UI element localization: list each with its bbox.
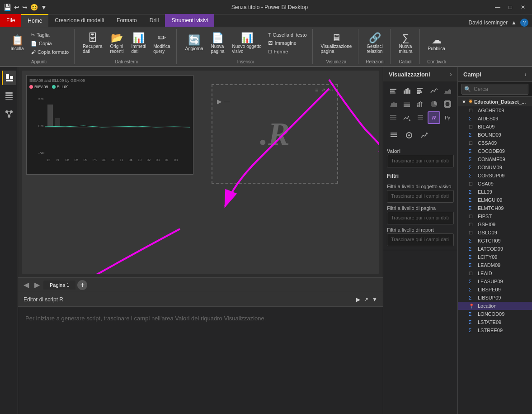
r-collapse-icon[interactable]: ▼ — [372, 296, 377, 303]
field-LCITY09[interactable]: Σ LCITY09 — [458, 253, 532, 261]
minimize-button[interactable]: — — [492, 2, 503, 13]
field-KGTCH09[interactable]: Σ KGTCH09 — [458, 237, 532, 245]
field-AIDES09[interactable]: Σ AIDES09 — [458, 114, 532, 123]
field-ELMTCH09[interactable]: Σ ELMTCH09 — [458, 204, 532, 212]
valori-dropzone[interactable]: Trascinare qui i campi dati — [387, 155, 454, 167]
field-LIBSUP09[interactable]: Σ LIBSUP09 — [458, 294, 532, 302]
tab-home[interactable]: Home — [21, 14, 48, 27]
dataset-header[interactable]: ▼ ⊞ Education_Dataset_... — [458, 97, 532, 106]
r-expand-icon[interactable]: ↗ — [364, 296, 368, 303]
close-button[interactable]: ✕ — [518, 2, 528, 13]
field-BOUND09[interactable]: Σ BOUND09 — [458, 131, 532, 139]
campi-expand-icon[interactable]: › — [524, 71, 527, 78]
page-nav-next[interactable]: ▶ — [33, 281, 42, 289]
viz-kpi[interactable]: ▲ — [400, 111, 413, 124]
field-CSA09[interactable]: ☐ CSA09 — [458, 180, 532, 188]
viz-format-icon[interactable] — [402, 128, 416, 142]
viz-r-script[interactable]: R — [428, 111, 440, 124]
campi-search-input[interactable] — [461, 84, 528, 95]
field-CBSA09[interactable]: ☐ CBSA09 — [458, 139, 532, 147]
viz-multirow-card[interactable] — [387, 111, 400, 124]
field-LEASUP09[interactable]: Σ LEASUP09 — [458, 277, 532, 286]
aggiorna-button[interactable]: 🔄 Aggiorna — [182, 33, 206, 53]
nuova-pagina-button[interactable]: 📄 Nuovapagina — [208, 31, 228, 56]
field-LSTREE09[interactable]: Σ LSTREE09 — [458, 326, 532, 334]
field-GSLO09[interactable]: ☐ GSLO09 — [458, 228, 532, 237]
viz-100pct-bar[interactable] — [400, 98, 413, 110]
undo-icon[interactable]: ↩ — [14, 4, 19, 11]
format-copy-button[interactable]: 🖌 Copia formato — [29, 48, 71, 56]
field-CONUM09[interactable]: Σ CONUM09 — [458, 163, 532, 171]
viz-pie[interactable] — [428, 98, 440, 110]
field-GSHI09[interactable]: ☐ GSHI09 — [458, 220, 532, 228]
viz-bar-chart[interactable] — [400, 84, 413, 97]
chart-visual[interactable]: BIEA09 and ELL09 by GSHI09 BIEA09 ELL09 … — [26, 75, 193, 175]
r-run-icon[interactable]: ▶ — [356, 296, 360, 303]
r-visual-menu-icon[interactable]: ⋯ — [328, 87, 334, 93]
redo-icon[interactable]: ↪ — [22, 4, 28, 11]
gestisci-button[interactable]: 🔗 Gestiscirelazioni — [364, 31, 386, 56]
forme-button[interactable]: ◻ Forme — [266, 48, 309, 55]
pubblica-button[interactable]: ☁ Pubblica — [425, 33, 448, 53]
immetti-button[interactable]: 📊 Immettidati — [128, 31, 149, 56]
tab-drill[interactable]: Drill — [143, 14, 165, 27]
viz-expand-icon[interactable]: › — [450, 71, 452, 78]
field-CONAME09[interactable]: Σ CONAME09 — [458, 155, 532, 163]
recupera-button[interactable]: 🗄 Recuperadati — [80, 31, 105, 56]
help-icon[interactable]: ? — [520, 19, 528, 27]
dropdown-icon[interactable]: ▼ — [41, 4, 47, 11]
viz-area-chart[interactable] — [441, 84, 454, 97]
nuova-misura-button[interactable]: ∑ Nuovamisura — [396, 31, 416, 56]
viz-donut[interactable] — [441, 98, 454, 110]
field-AGCHRT09[interactable]: ☐ AGCHRT09 — [458, 106, 532, 114]
field-ELMGUI09[interactable]: Σ ELMGUI09 — [458, 196, 532, 204]
nav-data[interactable] — [2, 89, 16, 103]
viz-stacked-area[interactable] — [387, 98, 400, 110]
viz-ribbon[interactable] — [455, 84, 458, 97]
nav-report[interactable] — [2, 71, 16, 85]
filtri-pagina-drop[interactable]: Trascinare qui i campi dati — [387, 212, 454, 224]
origini-button[interactable]: 📂 Originirecenti — [107, 31, 127, 56]
modifica-button[interactable]: ✏ Modificaquery — [151, 31, 173, 56]
field-CORSUP09[interactable]: Σ CORSUP09 — [458, 171, 532, 180]
add-page-button[interactable]: + — [77, 280, 87, 290]
field-ELL09[interactable]: Σ ELL09 — [458, 188, 532, 196]
page-tab-1[interactable]: Pagina 1 — [43, 281, 75, 290]
viz-slicer[interactable] — [414, 111, 427, 124]
viz-stacked-bar[interactable] — [387, 84, 400, 97]
r-script-visual[interactable]: ≡ ↗ ⋯ .R ▶ — — [212, 84, 338, 184]
r-visual-expand-icon[interactable]: ↗ — [321, 87, 325, 93]
viz-analytics-icon[interactable] — [418, 128, 431, 142]
casella-button[interactable]: T Casella di testo — [266, 31, 309, 38]
paste-button[interactable]: 📋 Incolla — [7, 33, 27, 53]
field-LIBSPE09[interactable]: Σ LIBSPE09 — [458, 286, 532, 294]
field-BIEA09[interactable]: ☐ BIEA09 — [458, 123, 532, 131]
viz-line-chart[interactable] — [428, 84, 440, 97]
nuovo-visivo-button[interactable]: 📊 Nuovo oggettovisivo — [230, 31, 264, 56]
viz-more[interactable]: ⋯ — [455, 111, 458, 124]
field-LONCOD09[interactable]: Σ LONCOD09 — [458, 310, 532, 318]
viz-pagina-button[interactable]: 🖥 Visualizzazionepagina — [318, 31, 355, 56]
field-Location[interactable]: 📍 Location — [458, 302, 532, 310]
save-icon[interactable]: 💾 — [4, 4, 11, 11]
tab-modelli[interactable]: Creazione di modelli — [48, 14, 110, 27]
viz-horiz-bar[interactable] — [414, 84, 427, 97]
tab-file[interactable]: File — [0, 14, 21, 27]
field-CDCODE09[interactable]: Σ CDCODE09 — [458, 147, 532, 155]
tab-formato[interactable]: Formato — [110, 14, 143, 27]
viz-python[interactable]: Py — [441, 111, 454, 124]
field-LATCOD09[interactable]: Σ LATCOD09 — [458, 245, 532, 253]
maximize-button[interactable]: □ — [505, 2, 516, 13]
viz-fields-icon[interactable] — [387, 128, 400, 142]
filtri-visivo-drop[interactable]: Trascinare qui i campi dati — [387, 190, 454, 203]
field-LSTATE09[interactable]: Σ LSTATE09 — [458, 318, 532, 326]
cut-button[interactable]: ✂ Taglia — [29, 31, 71, 39]
nav-model[interactable] — [2, 107, 16, 121]
viz-treemap[interactable] — [455, 98, 458, 110]
field-FIPST[interactable]: ☐ FIPST — [458, 212, 532, 220]
canvas[interactable]: BIEA09 and ELL09 by GSHI09 BIEA09 ELL09 … — [22, 71, 379, 274]
field-LEAID[interactable]: ☐ LEAID — [458, 269, 532, 277]
copy-button[interactable]: 📄 Copia — [29, 40, 71, 48]
tab-strumenti[interactable]: Strumenti visivi — [165, 14, 214, 27]
field-LEADM09[interactable]: Σ LEADM09 — [458, 261, 532, 269]
